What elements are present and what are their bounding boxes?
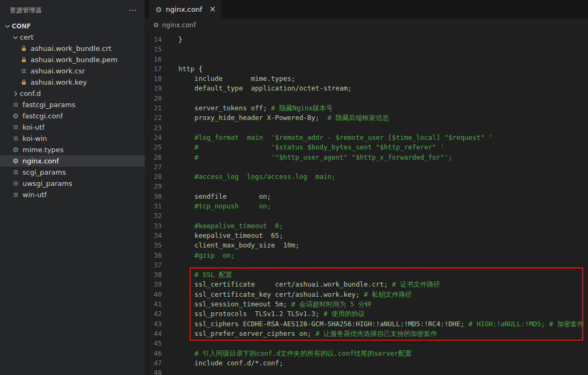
vscode-window: 资源管理器 ⋯ CONFcertashuai.work_bundle.crtas… bbox=[0, 0, 588, 375]
tree-item-win-utf[interactable]: win-utf bbox=[0, 189, 145, 200]
code-line-18[interactable]: 18 include mime.types; bbox=[145, 74, 588, 84]
gear-icon: ⚙ bbox=[11, 157, 20, 166]
code-line-20[interactable]: 20 bbox=[145, 94, 588, 103]
code-line-38[interactable]: 38 # SSL 配置 bbox=[145, 270, 588, 280]
lock-icon bbox=[19, 56, 28, 64]
code-text bbox=[170, 94, 588, 103]
code-text: #access_log logs/access.log main; bbox=[170, 172, 588, 182]
code-line-41[interactable]: 41 ssl_session_timeout 5m; # 会话超时时间为 5 分… bbox=[145, 299, 588, 309]
code-text: # '$status $body_bytes_sent "$http_refer… bbox=[170, 142, 588, 152]
code-line-26[interactable]: 26 # '"$http_user_agent" "$http_x_forwar… bbox=[145, 153, 588, 162]
line-number: 39 bbox=[145, 280, 170, 289]
tree-item-scgi-params[interactable]: scgi_params bbox=[0, 167, 145, 178]
tree-item-label: fastcgi.conf bbox=[22, 112, 63, 120]
tree-item-koi-win[interactable]: koi-win bbox=[0, 133, 145, 144]
tree-item-mime-types[interactable]: ⚙mime.types bbox=[0, 144, 145, 155]
line-number: 46 bbox=[145, 349, 170, 358]
code-text: #gzip on; bbox=[170, 251, 588, 260]
code-text: keepalive_timeout 65; bbox=[170, 231, 588, 241]
code-line-45[interactable]: 45 bbox=[145, 339, 588, 348]
code-text: server_tokens off; # 隐藏Nginx版本号 bbox=[170, 103, 588, 113]
line-number: 30 bbox=[145, 192, 170, 201]
tree-item-conf-d[interactable]: conf.d bbox=[0, 88, 145, 99]
code-line-37[interactable]: 37 bbox=[145, 260, 588, 270]
code-line-36[interactable]: 36 #gzip on; bbox=[145, 251, 588, 260]
code-text bbox=[170, 182, 588, 191]
code-line-42[interactable]: 42 ssl_protocols TLSv1.2 TLSv1.3; # 使用的协… bbox=[145, 309, 588, 319]
tree-item-label: uwsgi_params bbox=[22, 179, 72, 188]
line-number: 29 bbox=[145, 182, 170, 191]
code-line-16[interactable]: 16 bbox=[145, 55, 588, 64]
code-text: default_type application/octet-stream; bbox=[170, 84, 588, 93]
code-text: ssl_certificate_key cert/ashuai.work.key… bbox=[170, 290, 588, 299]
line-number: 41 bbox=[145, 299, 170, 309]
code-line-33[interactable]: 33 #keepalive_timeout 0; bbox=[145, 221, 588, 231]
code-line-17[interactable]: 17http { bbox=[145, 64, 588, 74]
code-line-39[interactable]: 39 ssl_certificate cert/ashuai.work_bund… bbox=[145, 280, 588, 289]
breadcrumb-filename: nginx.conf bbox=[162, 21, 196, 29]
code-line-32[interactable]: 32 bbox=[145, 211, 588, 221]
line-number: 36 bbox=[145, 251, 170, 260]
tree-item-ashuai-work-key[interactable]: ashuai.work.key bbox=[0, 77, 145, 88]
code-line-46[interactable]: 46 # 引入同级目录下的conf.d文件夹的所有的以.conf结尾的serve… bbox=[145, 349, 588, 358]
tree-item-label: koi-win bbox=[22, 134, 47, 142]
code-line-31[interactable]: 31 #tcp_nopush on; bbox=[145, 201, 588, 211]
code-line-21[interactable]: 21 server_tokens off; # 隐藏Nginx版本号 bbox=[145, 103, 588, 113]
tree-item-uwsgi-params[interactable]: uwsgi_params bbox=[0, 178, 145, 189]
code-line-48[interactable]: 48 bbox=[145, 368, 588, 375]
code-line-29[interactable]: 29 bbox=[145, 182, 588, 191]
code-line-40[interactable]: 40 ssl_certificate_key cert/ashuai.work.… bbox=[145, 290, 588, 299]
tree-item-koi-utf[interactable]: koi-utf bbox=[0, 122, 145, 133]
code-line-47[interactable]: 47 include conf.d/*.conf; bbox=[145, 358, 588, 368]
code-line-43[interactable]: 43 ssl_ciphers ECDHE-RSA-AES128-GCM-SHA2… bbox=[145, 319, 588, 329]
tab-nginx-conf[interactable]: ⚙ nginx.conf × bbox=[149, 0, 221, 19]
code-line-30[interactable]: 30 sendfile on; bbox=[145, 192, 588, 201]
line-number: 33 bbox=[145, 221, 170, 231]
line-number: 17 bbox=[145, 64, 170, 74]
code-line-35[interactable]: 35 client_max_body_size 10m; bbox=[145, 241, 588, 250]
gear-icon: ⚙ bbox=[11, 112, 20, 121]
code-text: client_max_body_size 10m; bbox=[170, 241, 588, 250]
code-line-15[interactable]: 15 bbox=[145, 44, 588, 54]
code-line-23[interactable]: 23 bbox=[145, 123, 588, 133]
tree-item-ashuai-work-csr[interactable]: ashuai.work.csr bbox=[0, 65, 145, 77]
code-line-27[interactable]: 27 bbox=[145, 162, 588, 172]
lock-icon bbox=[19, 78, 28, 87]
tree-item-fastcgi-params[interactable]: fastcgi_params bbox=[0, 99, 145, 110]
tree-item-conf[interactable]: CONF bbox=[0, 20, 145, 32]
tree-item-ashuai-work-bundle-pem[interactable]: ashuai.work_bundle.pem bbox=[0, 54, 145, 65]
line-number: 16 bbox=[145, 55, 170, 64]
code-line-24[interactable]: 24 #log_format main '$remote_addr - $rem… bbox=[145, 133, 588, 142]
gear-icon: ⚙ bbox=[11, 146, 20, 154]
close-icon[interactable]: × bbox=[209, 5, 216, 13]
line-number: 45 bbox=[145, 339, 170, 348]
code-text: # 引入同级目录下的conf.d文件夹的所有的以.conf结尾的server配置 bbox=[170, 349, 588, 358]
code-text bbox=[170, 339, 588, 348]
line-number: 19 bbox=[145, 84, 170, 93]
tree-item-cert[interactable]: cert bbox=[0, 32, 145, 43]
breadcrumb[interactable]: ⚙ nginx.conf bbox=[145, 19, 588, 32]
line-number: 14 bbox=[145, 35, 170, 44]
explorer-title: 资源管理器 bbox=[10, 6, 42, 15]
tree-item-label: nginx.conf bbox=[22, 157, 59, 165]
tab-bar: ⚙ nginx.conf × bbox=[145, 0, 588, 19]
tree-item-nginx-conf[interactable]: ⚙nginx.conf bbox=[0, 155, 145, 167]
more-actions-icon[interactable]: ⋯ bbox=[129, 5, 137, 15]
line-number: 34 bbox=[145, 231, 170, 241]
line-number: 42 bbox=[145, 309, 170, 319]
code-line-28[interactable]: 28 #access_log logs/access.log main; bbox=[145, 172, 588, 182]
tree-item-label: scgi_params bbox=[22, 168, 66, 176]
tree-item-ashuai-work-bundle-crt[interactable]: ashuai.work_bundle.crt bbox=[0, 43, 145, 54]
code-text: proxy_hide_header X-Powered-By; # 隐藏后端框架… bbox=[170, 113, 588, 123]
code-line-25[interactable]: 25 # '$status $body_bytes_sent "$http_re… bbox=[145, 142, 588, 152]
code-text bbox=[170, 260, 588, 270]
tree-item-label: ashuai.work.key bbox=[31, 78, 87, 86]
code-line-14[interactable]: 14} bbox=[145, 35, 588, 44]
code-line-19[interactable]: 19 default_type application/octet-stream… bbox=[145, 84, 588, 93]
line-number: 28 bbox=[145, 172, 170, 182]
code-text bbox=[170, 55, 588, 64]
code-line-22[interactable]: 22 proxy_hide_header X-Powered-By; # 隐藏后… bbox=[145, 113, 588, 123]
tree-item-fastcgi-conf[interactable]: ⚙fastcgi.conf bbox=[0, 110, 145, 122]
code-line-34[interactable]: 34 keepalive_timeout 65; bbox=[145, 231, 588, 241]
code-line-44[interactable]: 44 ssl_prefer_server_ciphers on; # 让服务器优… bbox=[145, 329, 588, 339]
